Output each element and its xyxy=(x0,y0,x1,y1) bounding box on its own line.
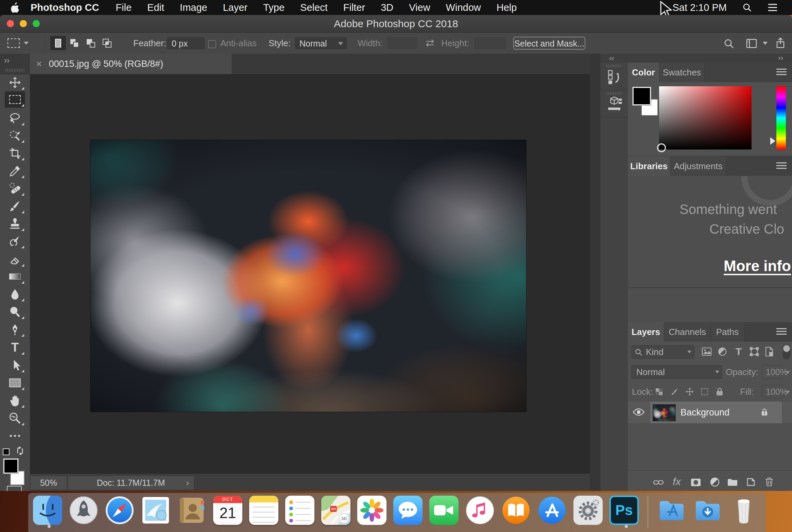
history-brush-tool[interactable] xyxy=(5,233,25,249)
dock-trash[interactable] xyxy=(729,496,758,525)
hue-slider-marker[interactable] xyxy=(770,137,775,145)
lock-artboard-icon[interactable] xyxy=(698,385,711,398)
link-layers-icon[interactable] xyxy=(652,476,665,489)
dock-reminders[interactable] xyxy=(285,496,314,525)
toolbar-header[interactable]: ›› xyxy=(0,54,30,74)
dock-downloads-folder[interactable] xyxy=(693,496,722,525)
intersect-selection-button[interactable] xyxy=(99,36,115,50)
menu-view[interactable]: View xyxy=(401,2,438,13)
close-tab-icon[interactable]: × xyxy=(30,58,49,70)
tab-layers[interactable]: Layers xyxy=(628,322,664,342)
subtract-from-selection-button[interactable] xyxy=(83,36,99,50)
swap-colors-icon[interactable] xyxy=(15,446,25,456)
gradient-tool[interactable] xyxy=(5,268,25,285)
layers-panel-menu-icon[interactable] xyxy=(776,328,787,336)
crop-tool[interactable] xyxy=(5,145,25,161)
opacity-chevron-icon[interactable] xyxy=(785,371,790,374)
3d-panel-button[interactable] xyxy=(600,90,628,118)
menu-layer[interactable]: Layer xyxy=(215,2,256,13)
tab-paths[interactable]: Paths xyxy=(711,322,744,342)
notification-center-icon[interactable] xyxy=(768,3,778,12)
menu-help[interactable]: Help xyxy=(489,2,525,13)
dodge-tool[interactable] xyxy=(5,304,25,320)
style-select[interactable]: Normal xyxy=(295,37,347,49)
filter-toggle[interactable] xyxy=(782,344,791,359)
toolbar-grabber[interactable] xyxy=(5,69,24,72)
dock-ibooks[interactable] xyxy=(501,496,531,525)
dock-calendar[interactable]: OCT 21 xyxy=(213,496,242,525)
filter-pixel-layers-icon[interactable] xyxy=(700,345,713,358)
layer-style-fx-icon[interactable]: fx xyxy=(670,475,684,489)
edit-toolbar-button[interactable] xyxy=(5,428,25,444)
canvas-pasteboard[interactable] xyxy=(30,74,590,474)
spot-healing-brush-tool[interactable] xyxy=(5,180,25,197)
menu-filter[interactable]: Filter xyxy=(335,2,373,13)
menu-clock[interactable]: Sat 2:10 PM xyxy=(672,2,727,13)
zoom-tool[interactable] xyxy=(5,410,25,426)
feather-input[interactable]: 0 px xyxy=(167,37,205,49)
color-panel-menu-icon[interactable] xyxy=(776,69,787,76)
swap-width-height-icon[interactable] xyxy=(424,38,436,48)
filter-type-layers-icon[interactable]: T xyxy=(732,345,745,358)
tab-libraries[interactable]: Libraries xyxy=(628,156,670,176)
layers-empty-area[interactable] xyxy=(628,423,792,471)
lock-position-icon[interactable] xyxy=(683,385,696,398)
dock-system-preferences[interactable] xyxy=(573,496,603,525)
dock-finder[interactable] xyxy=(33,496,62,525)
move-tool[interactable] xyxy=(5,74,25,91)
more-info-link[interactable]: More info xyxy=(724,258,791,274)
collapse-panels-icon[interactable]: ›› xyxy=(778,54,783,62)
menu-type[interactable]: Type xyxy=(255,2,292,13)
dock-photos[interactable] xyxy=(357,496,386,525)
fill-value[interactable]: 100% xyxy=(762,385,782,398)
spotlight-icon[interactable] xyxy=(742,3,752,12)
delete-layer-icon[interactable] xyxy=(762,475,776,489)
foreground-color-swatch[interactable] xyxy=(3,459,18,474)
search-icon[interactable] xyxy=(723,38,734,49)
dock-photoshop[interactable]: Ps xyxy=(609,496,639,525)
new-group-icon[interactable] xyxy=(726,476,739,489)
filter-adjustment-layers-icon[interactable] xyxy=(716,345,729,358)
expand-panels-icon[interactable]: ‹‹ xyxy=(609,54,614,63)
document-canvas[interactable] xyxy=(90,140,526,412)
brush-tool[interactable] xyxy=(5,198,25,214)
menu-window[interactable]: Window xyxy=(438,2,489,13)
filter-smart-objects-icon[interactable] xyxy=(762,345,776,358)
status-chevron-icon[interactable]: › xyxy=(186,476,189,490)
doc-size-field[interactable]: Doc: 11.7M/11.7M › xyxy=(68,476,194,490)
layer-row-selected[interactable]: Background xyxy=(650,402,782,423)
color-saturation-field[interactable] xyxy=(659,86,752,149)
width-input[interactable] xyxy=(388,37,417,49)
menu-select[interactable]: Select xyxy=(292,2,335,13)
tab-channels[interactable]: Channels xyxy=(664,322,711,342)
dock-contacts[interactable] xyxy=(177,496,206,525)
default-colors-icon[interactable] xyxy=(3,448,10,455)
dock-maps[interactable]: 280 3D xyxy=(321,496,350,525)
lock-all-icon[interactable] xyxy=(713,385,726,398)
zoom-level-field[interactable]: 50% xyxy=(31,476,67,490)
layer-row-background[interactable]: Background xyxy=(628,402,792,423)
lock-pixels-icon[interactable] xyxy=(668,385,682,398)
select-and-mask-button[interactable]: Select and Mask... xyxy=(513,37,585,50)
color-picker-marker[interactable] xyxy=(657,143,666,152)
dock-facetime[interactable] xyxy=(429,496,459,525)
hand-tool[interactable] xyxy=(5,392,25,409)
layer-filter-kind-select[interactable]: Kind xyxy=(631,345,694,359)
dock-itunes[interactable] xyxy=(465,496,495,525)
add-to-selection-button[interactable] xyxy=(67,36,82,50)
dock-notes[interactable] xyxy=(249,496,278,525)
menu-edit[interactable]: Edit xyxy=(139,2,172,13)
color-foreground-swatch[interactable] xyxy=(633,87,651,105)
new-adjustment-layer-icon[interactable] xyxy=(708,475,722,489)
apple-menu-icon[interactable] xyxy=(11,2,20,13)
menu-photoshop[interactable]: Photoshop CC xyxy=(22,2,108,13)
workspace-chevron-icon[interactable] xyxy=(763,42,768,45)
type-tool[interactable]: T xyxy=(5,339,25,356)
filter-shape-layers-icon[interactable] xyxy=(747,345,761,358)
pen-tool[interactable] xyxy=(5,321,25,338)
tab-swatches[interactable]: Swatches xyxy=(659,63,705,82)
history-panel-button[interactable] xyxy=(600,63,628,90)
hue-ramp[interactable] xyxy=(776,86,786,149)
tool-preset-picker[interactable] xyxy=(7,36,39,50)
add-layer-mask-icon[interactable] xyxy=(689,476,703,489)
